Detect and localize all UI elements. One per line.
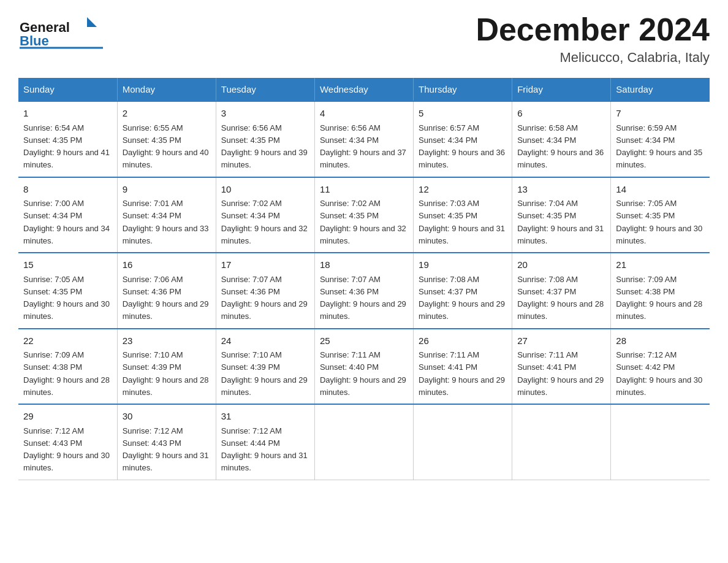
calendar-cell: 16Sunrise: 7:06 AMSunset: 4:36 PMDayligh… [117,253,216,329]
day-info: Sunrise: 7:02 AMSunset: 4:34 PMDaylight:… [221,199,308,245]
day-number: 1 [23,107,112,121]
day-number: 14 [616,183,705,197]
calendar-cell: 14Sunrise: 7:05 AMSunset: 4:35 PMDayligh… [611,177,710,253]
col-friday: Friday [512,78,611,101]
day-number: 15 [23,258,112,272]
calendar-cell: 2Sunrise: 6:55 AMSunset: 4:35 PMDaylight… [117,101,216,177]
title-block: December 2024 Melicucco, Calabria, Italy [476,12,710,66]
day-number: 5 [419,107,507,121]
col-wednesday: Wednesday [314,78,413,101]
day-info: Sunrise: 7:02 AMSunset: 4:35 PMDaylight:… [320,199,406,245]
day-number: 28 [616,334,705,348]
day-info: Sunrise: 7:05 AMSunset: 4:35 PMDaylight:… [616,199,702,245]
day-number: 11 [320,183,408,197]
day-number: 22 [23,334,112,348]
day-number: 13 [517,183,605,197]
header-row: Sunday Monday Tuesday Wednesday Thursday… [18,78,710,101]
col-monday: Monday [117,78,216,101]
day-info: Sunrise: 6:56 AMSunset: 4:35 PMDaylight:… [221,123,308,170]
col-tuesday: Tuesday [216,78,314,101]
calendar-cell [611,404,710,480]
logo: General Blue [18,12,104,49]
day-number: 10 [221,183,309,197]
day-info: Sunrise: 7:12 AMSunset: 4:43 PMDaylight:… [123,426,209,473]
page-subtitle: Melicucco, Calabria, Italy [476,50,710,66]
calendar-cell: 3Sunrise: 6:56 AMSunset: 4:35 PMDaylight… [216,101,314,177]
calendar-cell: 23Sunrise: 7:10 AMSunset: 4:39 PMDayligh… [117,329,216,405]
calendar-table: Sunday Monday Tuesday Wednesday Thursday… [18,78,710,480]
day-info: Sunrise: 7:00 AMSunset: 4:34 PMDaylight:… [23,199,110,245]
day-number: 18 [320,258,408,272]
calendar-cell: 30Sunrise: 7:12 AMSunset: 4:43 PMDayligh… [117,404,216,480]
day-info: Sunrise: 7:06 AMSunset: 4:36 PMDaylight:… [123,275,209,321]
calendar-cell: 24Sunrise: 7:10 AMSunset: 4:39 PMDayligh… [216,329,314,405]
day-info: Sunrise: 6:59 AMSunset: 4:34 PMDaylight:… [616,123,702,170]
day-number: 20 [517,258,605,272]
day-number: 9 [123,183,211,197]
col-saturday: Saturday [611,78,710,101]
day-info: Sunrise: 7:03 AMSunset: 4:35 PMDaylight:… [419,199,505,245]
col-thursday: Thursday [414,78,512,101]
day-info: Sunrise: 6:57 AMSunset: 4:34 PMDaylight:… [419,123,505,170]
day-number: 19 [419,258,507,272]
calendar-cell: 26Sunrise: 7:11 AMSunset: 4:41 PMDayligh… [414,329,512,405]
calendar-cell: 12Sunrise: 7:03 AMSunset: 4:35 PMDayligh… [414,177,512,253]
day-number: 25 [320,334,408,348]
day-info: Sunrise: 7:11 AMSunset: 4:40 PMDaylight:… [320,350,406,397]
svg-text:Blue: Blue [20,33,49,48]
day-info: Sunrise: 6:56 AMSunset: 4:34 PMDaylight:… [320,123,406,170]
calendar-cell: 15Sunrise: 7:05 AMSunset: 4:35 PMDayligh… [18,253,117,329]
day-number: 7 [616,107,705,121]
day-info: Sunrise: 6:55 AMSunset: 4:35 PMDaylight:… [123,123,209,170]
day-number: 27 [517,334,605,348]
day-info: Sunrise: 6:58 AMSunset: 4:34 PMDaylight:… [517,123,604,170]
calendar-cell: 10Sunrise: 7:02 AMSunset: 4:34 PMDayligh… [216,177,314,253]
calendar-cell: 28Sunrise: 7:12 AMSunset: 4:42 PMDayligh… [611,329,710,405]
day-number: 23 [123,334,211,348]
day-number: 26 [419,334,507,348]
day-info: Sunrise: 7:01 AMSunset: 4:34 PMDaylight:… [123,199,209,245]
calendar-cell: 21Sunrise: 7:09 AMSunset: 4:38 PMDayligh… [611,253,710,329]
day-info: Sunrise: 7:08 AMSunset: 4:37 PMDaylight:… [419,275,505,321]
day-number: 16 [123,258,211,272]
calendar-cell: 27Sunrise: 7:11 AMSunset: 4:41 PMDayligh… [512,329,611,405]
day-info: Sunrise: 7:07 AMSunset: 4:36 PMDaylight:… [320,275,406,321]
day-number: 6 [517,107,605,121]
day-info: Sunrise: 6:54 AMSunset: 4:35 PMDaylight:… [23,123,110,170]
day-info: Sunrise: 7:10 AMSunset: 4:39 PMDaylight:… [123,350,209,397]
calendar-cell: 13Sunrise: 7:04 AMSunset: 4:35 PMDayligh… [512,177,611,253]
calendar-cell: 20Sunrise: 7:08 AMSunset: 4:37 PMDayligh… [512,253,611,329]
day-number: 8 [23,183,112,197]
day-number: 21 [616,258,705,272]
page-title: December 2024 [476,12,710,47]
page-header: General Blue December 2024 Melicucco, Ca… [18,12,710,66]
calendar-cell: 19Sunrise: 7:08 AMSunset: 4:37 PMDayligh… [414,253,512,329]
day-info: Sunrise: 7:05 AMSunset: 4:35 PMDaylight:… [23,275,110,321]
calendar-cell: 29Sunrise: 7:12 AMSunset: 4:43 PMDayligh… [18,404,117,480]
day-number: 3 [221,107,309,121]
day-info: Sunrise: 7:12 AMSunset: 4:43 PMDaylight:… [23,426,110,473]
calendar-cell: 9Sunrise: 7:01 AMSunset: 4:34 PMDaylight… [117,177,216,253]
col-sunday: Sunday [18,78,117,101]
calendar-cell: 22Sunrise: 7:09 AMSunset: 4:38 PMDayligh… [18,329,117,405]
day-number: 17 [221,258,309,272]
calendar-week-3: 15Sunrise: 7:05 AMSunset: 4:35 PMDayligh… [18,253,710,329]
calendar-cell: 17Sunrise: 7:07 AMSunset: 4:36 PMDayligh… [216,253,314,329]
calendar-cell: 5Sunrise: 6:57 AMSunset: 4:34 PMDaylight… [414,101,512,177]
day-number: 2 [123,107,211,121]
day-info: Sunrise: 7:11 AMSunset: 4:41 PMDaylight:… [517,350,604,397]
calendar-cell: 25Sunrise: 7:11 AMSunset: 4:40 PMDayligh… [314,329,413,405]
day-info: Sunrise: 7:07 AMSunset: 4:36 PMDaylight:… [221,275,308,321]
day-info: Sunrise: 7:11 AMSunset: 4:41 PMDaylight:… [419,350,505,397]
logo-svg: General Blue [18,12,104,49]
calendar-cell: 4Sunrise: 6:56 AMSunset: 4:34 PMDaylight… [314,101,413,177]
day-info: Sunrise: 7:10 AMSunset: 4:39 PMDaylight:… [221,350,308,397]
day-info: Sunrise: 7:09 AMSunset: 4:38 PMDaylight:… [616,275,702,321]
calendar-cell [314,404,413,480]
calendar-week-4: 22Sunrise: 7:09 AMSunset: 4:38 PMDayligh… [18,329,710,405]
calendar-week-2: 8Sunrise: 7:00 AMSunset: 4:34 PMDaylight… [18,177,710,253]
day-info: Sunrise: 7:08 AMSunset: 4:37 PMDaylight:… [517,275,604,321]
day-number: 30 [123,410,211,424]
day-info: Sunrise: 7:12 AMSunset: 4:44 PMDaylight:… [221,426,308,473]
day-info: Sunrise: 7:09 AMSunset: 4:38 PMDaylight:… [23,350,110,397]
